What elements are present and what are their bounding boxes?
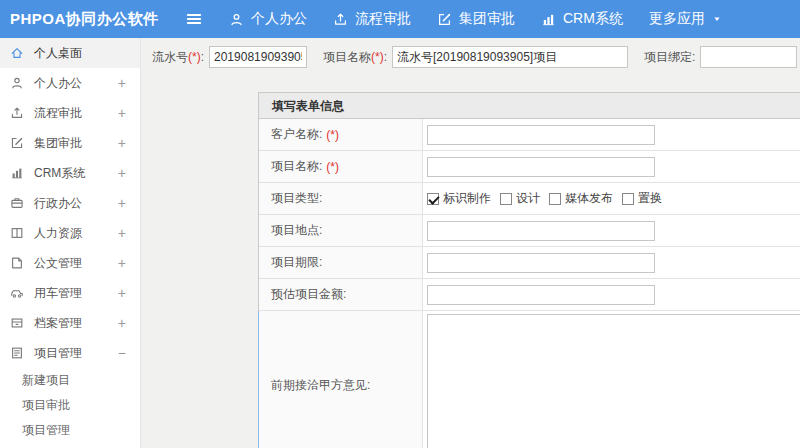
main-content: 流水号(*): 项目名称(*): 项目绑定: + 填写表单信息 客户名称:(*)… [141,38,800,448]
home-icon [10,46,24,60]
nav-item-label: 集团审批 [459,10,515,28]
nav-item-more-apps[interactable]: 更多应用 [649,10,723,28]
expand-plus-icon[interactable]: + [118,315,126,331]
sidebar-item-document-mgmt[interactable]: 公文管理 + [0,248,140,278]
form-row-label: 客户名称:(*) [259,119,423,150]
estimated-amount-input[interactable] [427,285,655,305]
sidebar-item-workflow-approval[interactable]: 流程审批 + [0,98,140,128]
nav-item-crm[interactable]: CRM系统 [541,10,623,28]
nav-item-workflow-approval[interactable]: 流程审批 [333,10,411,28]
user-icon [10,76,24,90]
sidebar: 个人桌面 个人办公 + 流程审批 + 集团审批 + CRM系统 + 行政办公 +… [0,38,141,448]
expand-plus-icon[interactable]: + [118,225,126,241]
expand-plus-icon[interactable]: + [118,105,126,121]
serial-label: 流水号(*): [152,49,204,66]
form-row-project-type: 项目类型: 标识制作 设计 媒体发布 置换 [259,183,800,215]
form-row-label: 项目地点: [259,215,423,246]
sidebar-item-group-approval[interactable]: 集团审批 + [0,128,140,158]
expand-plus-icon[interactable]: + [118,165,126,181]
edit-icon [437,12,452,27]
caret-down-icon [711,13,723,25]
nav-item-label: 更多应用 [649,10,705,28]
user-icon [229,12,244,27]
nav-item-label: 个人办公 [251,10,307,28]
expand-plus-icon[interactable]: + [118,255,126,271]
form-row-label: 预估项目金额: [259,279,423,310]
form-row-project-name: 项目名称:(*) [259,151,800,183]
nav-item-personal-office[interactable]: 个人办公 [229,10,307,28]
form-row-project-location: 项目地点: [259,215,800,247]
sidebar-item-vehicle-mgmt[interactable]: 用车管理 + [0,278,140,308]
form-row-pre-contact-opinion: 前期接洽甲方意见: [259,311,800,448]
checkbox-option-media-release[interactable]: 媒体发布 [549,190,613,207]
sidebar-item-personal-office[interactable]: 个人办公 + [0,68,140,98]
sidebar-item-hr[interactable]: 人力资源 + [0,218,140,248]
checkbox-icon[interactable] [622,193,634,205]
nav-item-group-approval[interactable]: 集团审批 [437,10,515,28]
sidebar-item-personal-desktop[interactable]: 个人桌面 [0,38,140,68]
form-row-label: 项目类型: [259,183,423,214]
project-name-input[interactable] [392,46,628,68]
app-logo: PHPOA协同办公软件 [0,10,160,29]
nav-item-label: CRM系统 [563,10,623,28]
collapse-minus-icon[interactable]: − [118,345,126,361]
briefcase-icon [10,196,24,210]
form-title: 填写表单信息 [259,93,800,119]
checkbox-option-logo-production[interactable]: 标识制作 [427,190,491,207]
form-row-customer-name: 客户名称:(*) [259,119,800,151]
checkbox-icon[interactable] [500,193,512,205]
project-name-form-input[interactable] [427,157,655,177]
car-icon [10,286,24,300]
book-icon [10,226,24,240]
project-name-label: 项目名称(*): [323,49,387,66]
chart-icon [10,166,24,180]
checkbox-checked-icon[interactable] [427,193,439,205]
flow-icon [10,106,24,120]
project-icon [10,346,24,360]
checkbox-icon[interactable] [549,193,561,205]
form-row-estimated-amount: 预估项目金额: [259,279,800,311]
document-icon [10,256,24,270]
form-row-label: 前期接洽甲方意见: [259,311,423,448]
sidebar-item-project-mgmt[interactable]: 项目管理 − [0,338,140,368]
form-panel: 填写表单信息 客户名称:(*) 项目名称:(*) 项目类型: 标识制作 设计 媒… [258,92,800,448]
project-binding-input[interactable] [700,46,797,68]
chart-icon [541,12,556,27]
expand-plus-icon[interactable]: + [118,75,126,91]
sidebar-item-crm[interactable]: CRM系统 + [0,158,140,188]
form-row-label: 项目名称:(*) [259,151,423,182]
checkbox-option-exchange[interactable]: 置换 [622,190,662,207]
expand-plus-icon[interactable]: + [118,195,126,211]
sidebar-subitem-new-project[interactable]: 新建项目 [0,368,140,393]
sidebar-item-admin-office[interactable]: 行政办公 + [0,188,140,218]
top-navbar: PHPOA协同办公软件 个人办公 流程审批 集团审批 CRM系统 更多应用 [0,0,800,38]
pre-contact-opinion-textarea[interactable] [427,314,800,448]
project-binding-label: 项目绑定: [644,49,695,66]
customer-name-input[interactable] [427,125,655,145]
sidebar-subitem-project-mgmt[interactable]: 项目管理 [0,418,140,443]
expand-plus-icon[interactable]: + [118,285,126,301]
sidebar-subitem-project-approval[interactable]: 项目审批 [0,393,140,418]
form-row-project-duration: 项目期限: [259,247,800,279]
nav-item-label: 流程审批 [355,10,411,28]
param-bar: 流水号(*): 项目名称(*): 项目绑定: + [152,44,800,70]
checkbox-option-design[interactable]: 设计 [500,190,540,207]
expand-plus-icon[interactable]: + [118,135,126,151]
serial-input[interactable] [209,46,307,68]
form-row-label: 项目期限: [259,247,423,278]
project-duration-input[interactable] [427,253,655,273]
project-location-input[interactable] [427,221,655,241]
edit-icon [10,136,24,150]
sidebar-item-archive-mgmt[interactable]: 档案管理 + [0,308,140,338]
archive-icon [10,316,24,330]
menu-icon[interactable] [185,10,203,28]
flow-icon [333,12,348,27]
